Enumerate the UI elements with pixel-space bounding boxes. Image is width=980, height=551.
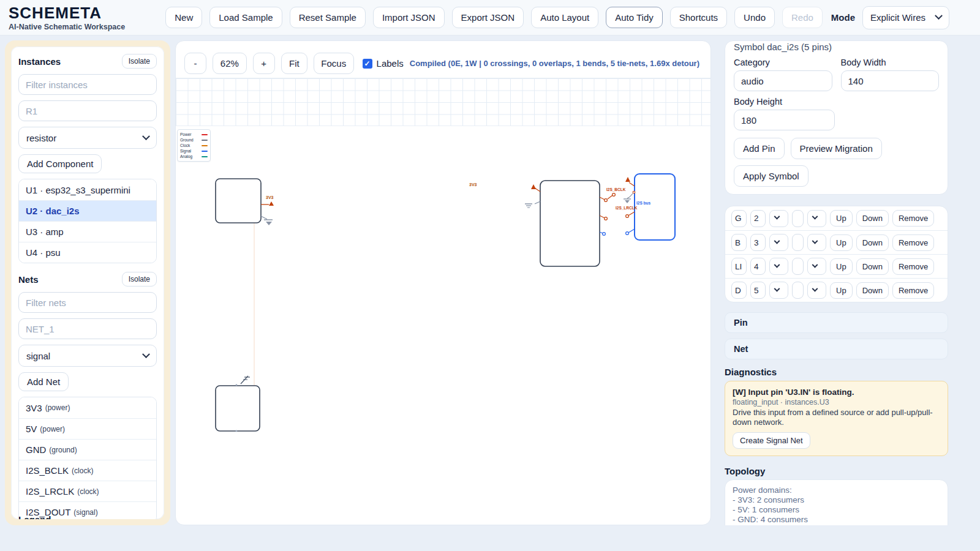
pin-down-button[interactable]: Down [856,282,889,299]
pin-remove-button[interactable]: Remove [892,258,934,275]
instance-row-u1[interactable]: U1 · esp32_s3_supermini [19,179,156,200]
import-json-button[interactable]: Import JSON [373,7,445,28]
pin-down-button[interactable]: Down [856,234,889,251]
power-flag [531,184,540,192]
component-type-select[interactable]: resistor [18,127,157,149]
main: Instances Isolate resistor Add Component… [5,40,948,525]
topology-card: Power domains: - 3V3: 2 consumers - 5V: … [725,479,948,526]
pin-type-select[interactable] [807,258,826,275]
component-amp[interactable] [540,181,600,266]
export-json-button[interactable]: Export JSON [452,7,524,28]
net-row-gnd[interactable]: GND(ground) [19,439,156,460]
symbol-editor-card: Symbol dac_i2s (5 pins) Category Body Wi… [725,40,948,195]
ground-symbol [525,201,540,208]
pin-clock-in[interactable] [626,212,635,217]
nets-filter-input[interactable] [18,292,157,313]
pin-down-button[interactable]: Down [856,210,889,227]
instances-filter-input[interactable] [18,74,157,95]
pin-signal-in[interactable] [626,229,635,234]
left-sidebar: Instances Isolate resistor Add Component… [5,40,170,525]
pin-type-select[interactable] [807,234,826,251]
reset-sample-button[interactable]: Reset Sample [290,7,366,28]
pin-nub[interactable] [236,430,238,432]
component-psu[interactable] [216,386,260,431]
pin-clock-2[interactable] [600,216,607,220]
pin-number-input[interactable] [750,258,766,275]
shortcuts-button[interactable]: Shortcuts [670,7,727,28]
pin-signal[interactable] [600,232,605,235]
pin-name-input[interactable] [731,234,747,251]
instance-name-input[interactable] [18,100,157,121]
instance-row-u4[interactable]: U4 · psu [19,242,156,263]
pin-junction[interactable] [633,191,635,193]
pin-name-input[interactable] [731,210,747,227]
mode-select[interactable]: Explicit Wires [862,6,949,29]
auto-layout-button[interactable]: Auto Layout [531,7,598,28]
left-sidebar-card: Instances Isolate resistor Add Component… [11,47,164,519]
canvas-panel[interactable]: - 62% + Fit Focus ✓ Labels Compiled (0E,… [175,40,711,525]
pin-number-input[interactable] [750,210,766,227]
net-name-input[interactable] [18,318,157,339]
nets-isolate-button[interactable]: Isolate [122,272,157,287]
pin-up-button[interactable]: Up [830,210,853,227]
net-type-select[interactable]: signal [18,345,157,367]
pin-number-input[interactable] [750,282,766,299]
nets-title: Nets [18,274,39,285]
add-component-button[interactable]: Add Component [18,154,102,173]
pin-section-header[interactable]: Pin [725,312,948,333]
net-row-3v3[interactable]: 3V3(power) [19,397,156,418]
power-rail-wire[interactable] [254,201,261,386]
pin-remove-button[interactable]: Remove [892,234,934,251]
instance-row-u3[interactable]: U3 · amp [19,221,156,242]
apply-symbol-button[interactable]: Apply Symbol [734,165,809,187]
pin-down-button[interactable]: Down [856,258,889,275]
body-width-input[interactable] [841,70,940,91]
pin-offset-input[interactable] [792,258,804,275]
pin-side-select[interactable] [769,210,788,227]
pin-up-button[interactable]: Up [830,258,853,275]
pin-up-button[interactable]: Up [830,282,853,299]
pin-side-select[interactable] [769,234,788,251]
pin-offset-input[interactable] [792,234,804,251]
load-sample-button[interactable]: Load Sample [209,7,282,28]
schematic-canvas[interactable]: 3V3 3V3 [176,41,711,525]
pin-remove-button[interactable]: Remove [892,210,934,227]
net-type: (clock) [77,487,99,496]
net-name: I2S_BCLK [26,465,69,476]
pin-nub[interactable] [236,384,238,386]
body-height-input[interactable] [734,110,835,130]
pin-name-input[interactable] [731,258,747,275]
add-pin-button[interactable]: Add Pin [734,138,785,159]
net-row-i2s-lrclk[interactable]: I2S_LRCLK(clock) [19,481,156,501]
pin-offset-input[interactable] [792,282,804,299]
component-dac-i2s-selected[interactable] [635,174,675,240]
preview-migration-button[interactable]: Preview Migration [791,138,882,159]
topology-line: - GND: 4 consumers [733,515,940,525]
new-button[interactable]: New [165,7,202,28]
ground-symbol [624,193,633,203]
pin-remove-button[interactable]: Remove [892,282,934,299]
pin-name-input[interactable] [731,282,747,299]
net-row-i2s-bclk[interactable]: I2S_BCLK(clock) [19,460,156,481]
redo-button[interactable]: Redo [782,7,823,28]
pin-side-select[interactable] [769,258,788,275]
add-net-button[interactable]: Add Net [18,372,69,391]
pin-type-select[interactable] [807,210,826,227]
create-signal-net-button[interactable]: Create Signal Net [733,432,810,449]
pin-clock-1[interactable] [600,193,615,202]
pin-up-button[interactable]: Up [830,234,853,251]
instance-row-u2-selected[interactable]: U2 · dac_i2s [19,200,156,221]
net-type: (power) [45,403,70,412]
pin-number-input[interactable] [750,234,766,251]
net-section-header[interactable]: Net [725,339,948,359]
undo-button[interactable]: Undo [734,7,775,28]
pin-side-select[interactable] [769,282,788,299]
component-esp32[interactable] [216,179,261,223]
auto-tidy-button[interactable]: Auto Tidy [606,7,663,28]
instances-isolate-button[interactable]: Isolate [122,54,157,69]
net-row-5v[interactable]: 5V(power) [19,418,156,439]
chevron-down-icon [812,285,818,291]
pin-offset-input[interactable] [792,210,804,227]
pin-type-select[interactable] [807,282,826,299]
category-input[interactable] [734,70,832,91]
